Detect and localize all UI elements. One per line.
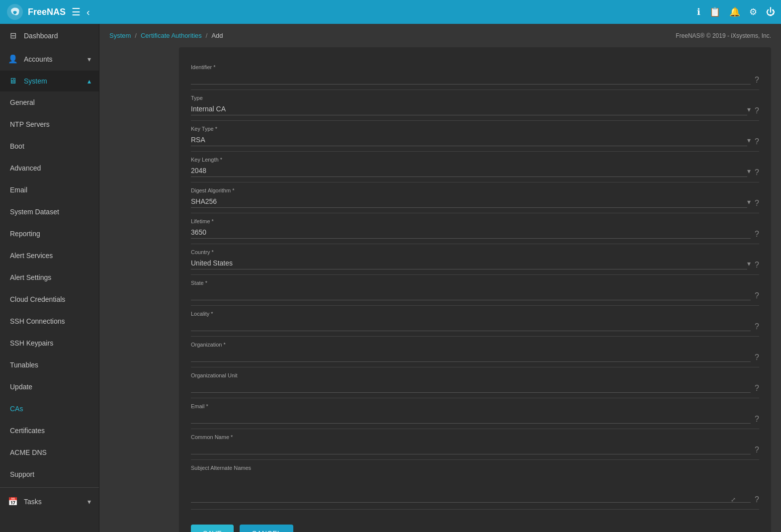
breadcrumb-system[interactable]: System (109, 32, 131, 39)
sidebar-label-cas: CAs (10, 405, 23, 413)
power-icon[interactable]: ⏻ (766, 7, 775, 17)
common-name-label: Common Name * (191, 434, 751, 440)
country-select[interactable]: United States United Kingdom Canada Germ… (191, 257, 747, 269)
state-help-icon[interactable]: ? (755, 291, 759, 300)
back-icon[interactable]: ‹ (87, 6, 90, 18)
form-buttons: SAVE CANCEL (191, 520, 759, 532)
organization-field: Organization * ? (191, 337, 759, 367)
sidebar-item-tasks[interactable]: 📅 Tasks ▾ (0, 490, 99, 513)
sidebar-item-dashboard[interactable]: ⊟ Dashboard (0, 24, 99, 47)
accounts-icon: 👤 (8, 54, 18, 64)
digest-algorithm-select[interactable]: SHA1 SHA224 SHA256 SHA384 SHA512 (191, 195, 747, 208)
identifier-label: Identifier * (191, 64, 751, 70)
sidebar-item-system-dataset[interactable]: System Dataset (0, 201, 99, 223)
subject-alternate-names-help-icon[interactable]: ? (755, 495, 759, 504)
topbar: FreeNAS ☰ ‹ ℹ 📋 🔔 ⚙ ⏻ (0, 0, 781, 24)
lifetime-label: Lifetime * (191, 218, 751, 224)
settings-icon[interactable]: ⚙ (749, 6, 757, 17)
subject-alternate-names-input[interactable] (191, 473, 751, 503)
sidebar-label-advanced: Advanced (10, 164, 41, 172)
country-help-icon[interactable]: ? (755, 261, 759, 269)
sidebar-label-alert-settings: Alert Settings (10, 273, 51, 281)
sidebar-label-tasks: Tasks (24, 498, 42, 506)
sidebar-label-cloud-credentials: Cloud Credentials (10, 295, 65, 303)
key-length-select[interactable]: 1024 2048 4096 (191, 165, 747, 177)
organizational-unit-label: Organizational Unit (191, 372, 751, 378)
sidebar-item-alert-services[interactable]: Alert Services (0, 245, 99, 266)
lifetime-input[interactable] (191, 226, 751, 239)
locality-input[interactable] (191, 319, 751, 331)
sidebar-item-tunables[interactable]: Tunables (0, 354, 99, 376)
sidebar-item-email[interactable]: Email (0, 179, 99, 201)
email-input[interactable] (191, 411, 751, 424)
locality-field: Locality * ? (191, 306, 759, 337)
sidebar-item-advanced[interactable]: Advanced (0, 157, 99, 179)
sidebar-item-ssh-keypairs[interactable]: SSH Keypairs (0, 332, 99, 354)
sidebar-item-cloud-credentials[interactable]: Cloud Credentials (0, 288, 99, 310)
sidebar-item-alert-settings[interactable]: Alert Settings (0, 266, 99, 288)
sidebar-label-system-dataset: System Dataset (10, 208, 59, 216)
identifier-field: Identifier * ? (191, 59, 759, 90)
type-help-icon[interactable]: ? (755, 106, 759, 115)
sidebar-item-reporting[interactable]: Reporting (0, 223, 99, 245)
locality-help-icon[interactable]: ? (755, 322, 759, 331)
key-type-field: Key Type * RSA EC ▾ ? (191, 121, 759, 152)
organization-help-icon[interactable]: ? (755, 353, 759, 362)
notes-icon[interactable]: 📋 (709, 6, 720, 17)
lifetime-help-icon[interactable]: ? (755, 230, 759, 239)
sidebar-label-boot: Boot (10, 142, 24, 150)
email-field: Email * ? (191, 398, 759, 429)
sidebar-item-ntp-servers[interactable]: NTP Servers (0, 113, 99, 135)
email-label: Email * (191, 403, 751, 409)
app-logo[interactable]: FreeNAS (6, 3, 66, 21)
sidebar-item-general[interactable]: General (0, 91, 99, 113)
email-help-icon[interactable]: ? (755, 415, 759, 424)
breadcrumb-certificate-authorities[interactable]: Certificate Authorities (141, 32, 202, 39)
digest-algorithm-label: Digest Algorithm * (191, 187, 751, 193)
sidebar-item-support[interactable]: Support (0, 463, 99, 485)
identifier-help-icon[interactable]: ? (755, 76, 759, 85)
key-length-dropdown-arrow: ▾ (747, 167, 751, 175)
sidebar: ⊟ Dashboard 👤 Accounts ▾ 🖥 System ▴ Gene… (0, 24, 99, 532)
accounts-expand-icon: ▾ (87, 55, 91, 63)
tasks-icon: 📅 (8, 497, 18, 506)
sidebar-item-ssh-connections[interactable]: SSH Connections (0, 310, 99, 332)
type-select[interactable]: Internal CA Intermediate CA Import CA (191, 103, 747, 115)
key-type-select[interactable]: RSA EC (191, 134, 747, 146)
info-icon[interactable]: ℹ (697, 6, 700, 17)
sidebar-item-update[interactable]: Update (0, 376, 99, 398)
menu-icon[interactable]: ☰ (72, 6, 81, 18)
resize-handle-icon[interactable]: ⤢ (731, 496, 736, 503)
type-dropdown-arrow: ▾ (747, 105, 751, 113)
common-name-help-icon[interactable]: ? (755, 445, 759, 454)
sidebar-item-acme-dns[interactable]: ACME DNS (0, 442, 99, 463)
organizational-unit-input[interactable] (191, 380, 751, 393)
cancel-button[interactable]: CANCEL (240, 525, 293, 532)
sidebar-item-system[interactable]: 🖥 System ▴ (0, 71, 99, 91)
country-dropdown-arrow: ▾ (747, 260, 751, 267)
sidebar-item-boot[interactable]: Boot (0, 135, 99, 157)
type-field: Type Internal CA Intermediate CA Import … (191, 90, 759, 121)
common-name-input[interactable] (191, 442, 751, 454)
sidebar-label-email: Email (10, 186, 27, 194)
key-length-help-icon[interactable]: ? (755, 168, 759, 177)
state-input[interactable] (191, 288, 751, 300)
organization-input[interactable] (191, 350, 751, 362)
sidebar-item-cas[interactable]: CAs (0, 398, 99, 420)
app-name: FreeNAS (28, 7, 66, 17)
bell-icon[interactable]: 🔔 (729, 6, 740, 17)
sidebar-label-ssh-connections: SSH Connections (10, 317, 65, 325)
save-button[interactable]: SAVE (191, 525, 234, 532)
organizational-unit-field: Organizational Unit ? (191, 367, 759, 398)
sidebar-item-accounts[interactable]: 👤 Accounts ▾ (0, 47, 99, 71)
sidebar-label-ntp-servers: NTP Servers (10, 120, 50, 128)
sidebar-label-accounts: Accounts (24, 55, 53, 63)
organizational-unit-help-icon[interactable]: ? (755, 384, 759, 393)
sidebar-item-certificates[interactable]: Certificates (0, 420, 99, 442)
key-type-help-icon[interactable]: ? (755, 137, 759, 146)
breadcrumb-sep-2: / (206, 32, 208, 39)
identifier-input[interactable] (191, 72, 751, 85)
breadcrumb-add: Add (211, 32, 223, 39)
key-type-dropdown-arrow: ▾ (747, 136, 751, 144)
digest-algorithm-help-icon[interactable]: ? (755, 199, 759, 208)
